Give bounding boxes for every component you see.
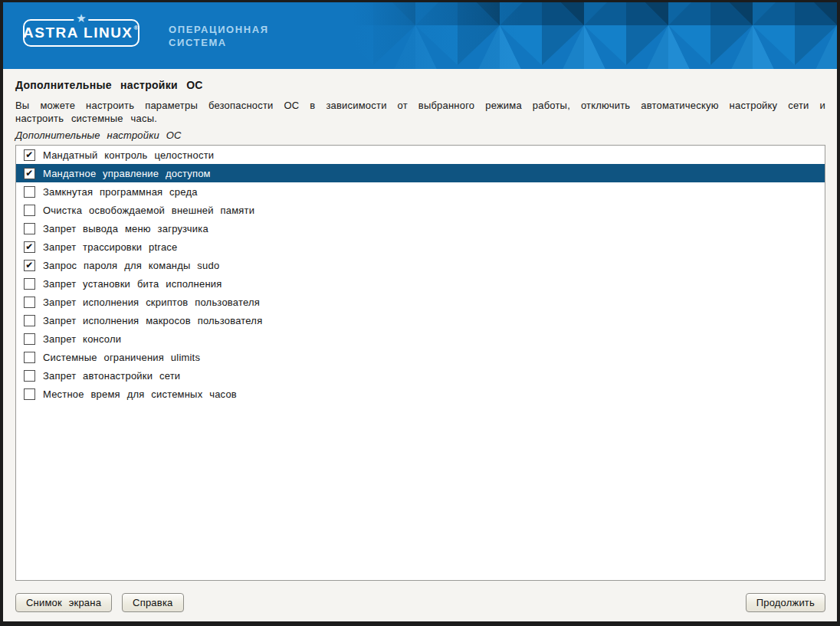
checkbox-checked-icon[interactable]: ✔ [24, 168, 35, 179]
checkbox-unchecked-icon[interactable] [24, 315, 35, 326]
footer-bar: Снимок экрана Справка Продолжить [15, 581, 825, 612]
option-label: Мандатное управление доступом [43, 168, 211, 179]
screenshot-button[interactable]: Снимок экрана [15, 593, 112, 612]
option-label: Запрет вывода меню загрузчика [43, 223, 208, 234]
option-label: Запрос пароля для команды sudo [43, 260, 219, 271]
page-title: Дополнительные настройки ОС [15, 79, 825, 91]
installer-window: ★ ASTRA LINUX® ОПЕРАЦИОННАЯ СИСТЕМА Допо… [0, 0, 840, 626]
option-label: Запрет трассировки ptrace [43, 241, 177, 253]
option-label: Запрет установки бита исполнения [43, 278, 221, 290]
checkbox-unchecked-icon[interactable] [24, 388, 35, 400]
option-row[interactable]: Запрет исполнения скриптов пользователя [16, 293, 825, 311]
option-row[interactable]: Запрет установки бита исполнения [16, 274, 825, 293]
checkbox-unchecked-icon[interactable] [24, 205, 35, 216]
option-label: Системные ограничения ulimits [43, 352, 200, 363]
registered-mark: ® [134, 25, 139, 31]
checkbox-unchecked-icon[interactable] [24, 333, 35, 345]
option-row[interactable]: Местное время для системных часов [16, 385, 825, 403]
os-subtitle-line1: ОПЕРАЦИОННАЯ [169, 23, 269, 36]
header-banner: ★ ASTRA LINUX® ОПЕРАЦИОННАЯ СИСТЕМА [3, 2, 837, 69]
option-row[interactable]: ✔Запрет трассировки ptrace [16, 238, 825, 256]
help-button[interactable]: Справка [122, 593, 183, 612]
option-row[interactable]: Очистка освобождаемой внешней памяти [16, 201, 825, 219]
astra-linux-logo: ★ ASTRA LINUX® [23, 19, 139, 47]
option-row[interactable]: Системные ограничения ulimits [16, 348, 825, 366]
options-list[interactable]: ✔Мандатный контроль целостности✔Мандатно… [15, 145, 825, 581]
checkbox-unchecked-icon[interactable] [24, 297, 35, 308]
group-label: Дополнительные настройки ОС [15, 129, 825, 141]
option-label: Запрет консоли [43, 333, 121, 345]
logo-text: ASTRA LINUX® [23, 25, 139, 41]
option-row[interactable]: Запрет исполнения макросов пользователя [16, 311, 825, 329]
option-label: Запрет автонастройки сети [43, 370, 180, 382]
option-row[interactable]: Запрет автонастройки сети [16, 366, 825, 385]
checkbox-checked-icon[interactable]: ✔ [24, 241, 35, 253]
checkbox-unchecked-icon[interactable] [24, 186, 35, 198]
checkbox-checked-icon[interactable]: ✔ [24, 149, 35, 161]
page-description: Вы можете настроить параметры безопаснос… [15, 99, 825, 125]
checkbox-unchecked-icon[interactable] [24, 278, 35, 290]
os-subtitle-line2: СИСТЕМА [169, 36, 269, 49]
continue-button[interactable]: Продолжить [746, 593, 825, 612]
os-subtitle: ОПЕРАЦИОННАЯ СИСТЕМА [169, 23, 269, 49]
checkbox-unchecked-icon[interactable] [24, 352, 35, 363]
checkbox-checked-icon[interactable]: ✔ [24, 260, 35, 271]
option-row[interactable]: Замкнутая программная среда [16, 182, 825, 201]
option-label: Очистка освобождаемой внешней памяти [43, 205, 254, 216]
option-label: Местное время для системных часов [43, 388, 237, 400]
option-label: Замкнутая программная среда [43, 186, 198, 198]
checkbox-unchecked-icon[interactable] [24, 223, 35, 234]
option-label: Запрет исполнения макросов пользователя [43, 315, 262, 326]
option-row[interactable]: Запрет консоли [16, 329, 825, 348]
checkbox-unchecked-icon[interactable] [24, 370, 35, 382]
star-icon: ★ [74, 11, 88, 25]
option-label: Запрет исполнения скриптов пользователя [43, 297, 260, 308]
option-row[interactable]: Запрет вывода меню загрузчика [16, 219, 825, 238]
option-row[interactable]: ✔Запрос пароля для команды sudo [16, 256, 825, 274]
option-label: Мандатный контроль целостности [43, 149, 214, 161]
option-row[interactable]: ✔Мандатное управление доступом [16, 164, 825, 182]
option-row[interactable]: ✔Мандатный контроль целостности [16, 146, 825, 164]
content-area: Дополнительные настройки ОС Вы можете на… [3, 69, 837, 621]
